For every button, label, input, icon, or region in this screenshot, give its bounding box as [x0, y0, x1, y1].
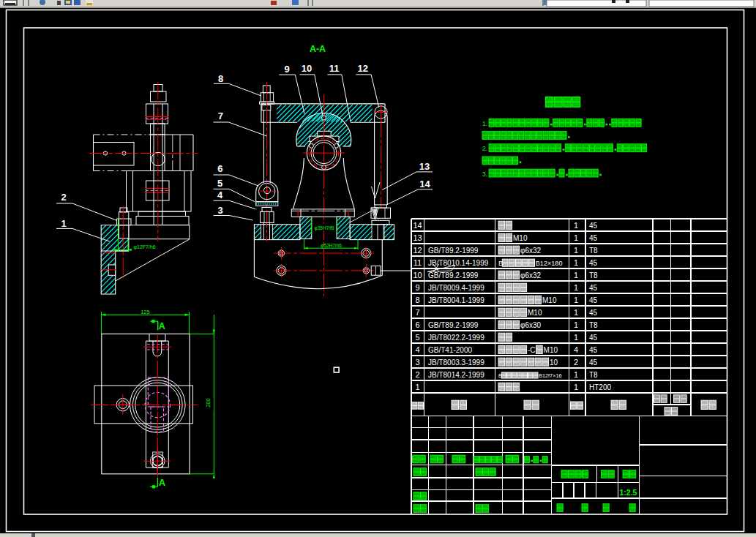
svg-text:7: 7	[218, 110, 223, 121]
svg-text:1.: 1.	[482, 120, 487, 127]
svg-text:M10: M10	[542, 296, 557, 304]
svg-text:6: 6	[415, 320, 419, 329]
svg-text:7: 7	[415, 308, 419, 317]
svg-text:9: 9	[415, 283, 419, 292]
svg-text:2: 2	[574, 358, 578, 367]
svg-text:2: 2	[415, 370, 419, 379]
svg-text:13: 13	[413, 233, 422, 242]
svg-text:45: 45	[589, 296, 598, 304]
svg-text:JB/T8022.2-1999: JB/T8022.2-1999	[428, 334, 484, 342]
svg-text:5: 5	[217, 178, 222, 189]
svg-text:12: 12	[413, 246, 422, 255]
svg-text:45: 45	[589, 309, 598, 317]
svg-text:1:2.5: 1:2.5	[620, 488, 637, 497]
svg-text:45: 45	[589, 334, 598, 342]
svg-text:4: 4	[415, 345, 419, 354]
svg-text:1: 1	[574, 246, 578, 255]
svg-text:2.: 2.	[482, 145, 487, 152]
svg-text:1: 1	[574, 221, 578, 230]
svg-text:-C: -C	[528, 346, 536, 354]
svg-text:1: 1	[574, 370, 578, 379]
svg-text:GB/T89.2-1999: GB/T89.2-1999	[428, 271, 479, 279]
svg-text:1: 1	[574, 271, 578, 279]
svg-text:B12f7×16: B12f7×16	[539, 372, 561, 379]
svg-text:125: 125	[141, 309, 150, 315]
svg-text:T8: T8	[589, 321, 598, 329]
svg-text:45: 45	[589, 284, 598, 292]
svg-text:8: 8	[218, 73, 223, 84]
svg-text:M10: M10	[544, 346, 558, 354]
svg-text:200: 200	[205, 398, 212, 408]
svg-text:3: 3	[217, 205, 222, 216]
svg-text:5: 5	[415, 333, 419, 342]
svg-text:A-A: A-A	[310, 44, 326, 54]
svg-text:JB/T8014.2-1999: JB/T8014.2-1999	[428, 371, 484, 379]
svg-text:1: 1	[574, 233, 578, 242]
svg-text:45: 45	[589, 346, 598, 354]
svg-text:45: 45	[589, 222, 598, 230]
svg-text:9: 9	[284, 64, 289, 75]
svg-text:JB/T8004.1-1999: JB/T8004.1-1999	[428, 296, 484, 304]
svg-text:1: 1	[61, 218, 66, 229]
svg-text:T8: T8	[589, 247, 598, 255]
svg-text:M10: M10	[513, 234, 528, 242]
svg-text:M10: M10	[528, 309, 542, 317]
svg-text:φ6x32: φ6x32	[520, 271, 542, 279]
svg-text:φ52H7/h6: φ52H7/h6	[321, 243, 342, 249]
svg-text:45: 45	[589, 259, 598, 267]
svg-text:3.: 3.	[482, 170, 487, 178]
svg-text:4: 4	[574, 345, 578, 354]
svg-text:JB/T8009.4-1999: JB/T8009.4-1999	[428, 284, 484, 292]
svg-text:GB/T89.2-1999: GB/T89.2-1999	[428, 247, 479, 255]
svg-text:4: 4	[217, 189, 223, 200]
svg-text:10: 10	[302, 63, 312, 74]
svg-text:φ35H7/f6: φ35H7/f6	[315, 225, 334, 231]
svg-text:φ12F7/h6: φ12F7/h6	[134, 244, 156, 250]
svg-text:1: 1	[574, 333, 578, 342]
svg-text:1: 1	[574, 383, 578, 391]
svg-text:3: 3	[415, 358, 419, 367]
svg-text:1: 1	[574, 308, 578, 317]
svg-text:2: 2	[61, 192, 66, 203]
svg-text:GB/T89.2-1999: GB/T89.2-1999	[428, 321, 479, 329]
svg-text:14: 14	[419, 179, 430, 189]
svg-text:A: A	[159, 321, 165, 331]
svg-text:1: 1	[415, 383, 419, 391]
svg-text:10: 10	[413, 271, 422, 279]
svg-text:1: 1	[574, 320, 578, 329]
svg-text:1: 1	[574, 283, 578, 292]
svg-text:HT200: HT200	[589, 383, 611, 391]
svg-text:8: 8	[415, 296, 419, 304]
svg-text:T8: T8	[589, 371, 598, 379]
svg-text:T8: T8	[589, 271, 598, 279]
svg-text:12: 12	[358, 63, 368, 74]
svg-text:13: 13	[419, 161, 430, 172]
svg-text:φ6x30: φ6x30	[520, 321, 542, 329]
svg-text:10: 10	[550, 358, 558, 367]
svg-text:45: 45	[589, 358, 598, 367]
svg-text:1: 1	[574, 296, 578, 304]
svg-text:45: 45	[589, 234, 598, 242]
svg-text:14: 14	[413, 221, 422, 230]
svg-text:11: 11	[329, 63, 340, 74]
svg-text:6: 6	[217, 163, 222, 174]
svg-text:JB/T8003.3-1999: JB/T8003.3-1999	[428, 358, 484, 367]
svg-text:A: A	[159, 478, 165, 488]
svg-text:B12×180: B12×180	[536, 260, 563, 267]
svg-text:JB/T8010.14-1999: JB/T8010.14-1999	[428, 259, 489, 267]
svg-text:11: 11	[413, 258, 422, 267]
svg-text:GB/T41-2000: GB/T41-2000	[428, 346, 472, 354]
svg-text:φ6x32: φ6x32	[520, 247, 542, 255]
svg-text:1: 1	[574, 258, 578, 267]
